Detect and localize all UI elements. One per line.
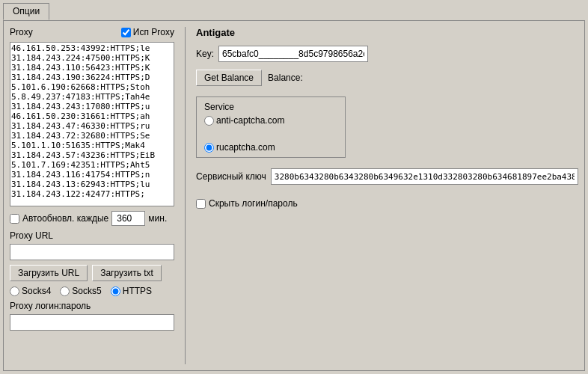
get-balance-button[interactable]: Get Balance (196, 70, 262, 86)
url-label: Proxy URL (10, 230, 174, 241)
socks5-text: Socks5 (72, 286, 101, 296)
autoupdate-row: Автообновл. каждые мин. (10, 211, 174, 226)
isp-proxy-checkbox[interactable] (121, 28, 131, 37)
proxy-list[interactable] (10, 42, 174, 206)
service-key-label: Сервисный ключ (196, 171, 266, 182)
hide-login-label: Скрыть логин/пароль (209, 198, 298, 209)
https-radio[interactable] (111, 286, 120, 296)
proxy-login-input[interactable] (10, 314, 174, 331)
service-key-row: Сервисный ключ (196, 168, 578, 185)
url-input[interactable] (10, 244, 174, 260)
anti-captcha-label[interactable]: anti-captcha.com (204, 115, 337, 126)
proxy-panel-header: Proxy Исп Proxy (10, 27, 174, 37)
load-txt-button[interactable]: Загрузить txt (92, 265, 162, 281)
key-row: Key: (196, 46, 578, 62)
proxy-title: Proxy (10, 27, 33, 37)
rucaptcha-text: rucaptcha.com (216, 142, 275, 153)
autoupdate-unit: мин. (148, 213, 167, 224)
socks4-label[interactable]: Socks4 (10, 286, 51, 296)
proxy-login-label: Proxy логин:пароль (10, 301, 174, 311)
service-box: Service anti-captcha.com rucaptcha.com (196, 96, 346, 158)
tab-bar: Опции (0, 0, 588, 20)
load-url-button[interactable]: Загрузить URL (10, 265, 88, 281)
hide-login-checkbox[interactable] (196, 199, 206, 209)
proxy-panel: Proxy Исп Proxy Автообновл. каждые мин. … (10, 27, 174, 364)
balance-row: Get Balance Balance: (196, 70, 578, 86)
rucaptcha-radio[interactable] (204, 143, 214, 153)
tab-options[interactable]: Опции (3, 3, 49, 20)
service-title: Service (204, 102, 337, 112)
socks4-radio[interactable] (10, 286, 19, 296)
protocol-radio-row: Socks4 Socks5 HTTPS (10, 286, 174, 296)
antigate-panel: Antigate Key: Get Balance Balance: Servi… (196, 27, 578, 364)
autoupdate-spinbox[interactable] (111, 211, 145, 226)
anti-captcha-radio[interactable] (204, 116, 214, 126)
socks5-radio[interactable] (60, 286, 70, 296)
socks5-label[interactable]: Socks5 (60, 286, 101, 296)
load-btn-row: Загрузить URL Загрузить txt (10, 265, 174, 281)
vertical-divider (185, 27, 186, 364)
isp-proxy-text: Исп Proxy (133, 27, 174, 37)
rucaptcha-label[interactable]: rucaptcha.com (204, 142, 337, 153)
key-label: Key: (196, 49, 214, 59)
key-input[interactable] (218, 46, 368, 62)
main-window: Опции Proxy Исп Proxy Автообновл. каждые… (0, 0, 588, 374)
https-text: HTTPS (123, 286, 152, 296)
tab-content: Proxy Исп Proxy Автообновл. каждые мин. … (3, 20, 585, 371)
hide-login-row: Скрыть логин/пароль (196, 198, 578, 209)
autoupdate-checkbox[interactable] (10, 214, 19, 224)
autoupdate-label: Автообновл. каждые (22, 213, 108, 224)
socks4-text: Socks4 (22, 286, 51, 296)
service-key-input[interactable] (271, 168, 578, 185)
antigate-title: Antigate (196, 27, 578, 38)
isp-proxy-label[interactable]: Исп Proxy (121, 27, 174, 37)
anti-captcha-text: anti-captcha.com (216, 115, 284, 126)
balance-label: Balance: (268, 73, 303, 83)
https-label[interactable]: HTTPS (111, 286, 152, 296)
